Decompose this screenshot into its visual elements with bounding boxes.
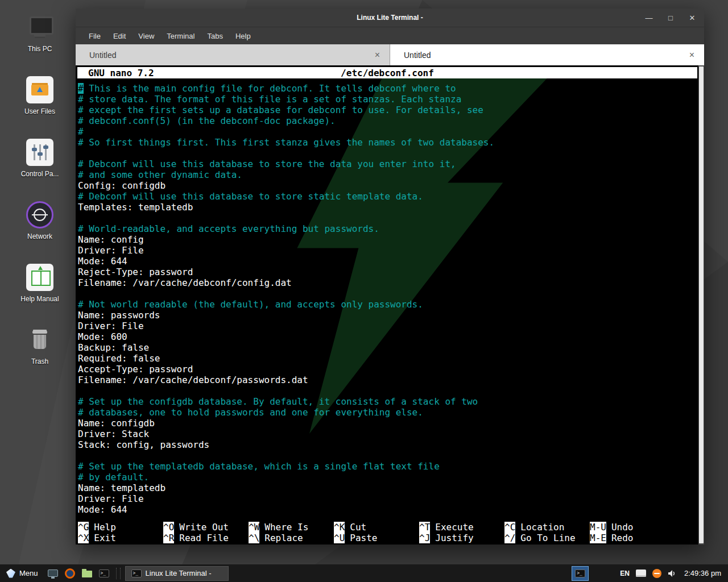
menu-button[interactable]: Menu [3,566,44,581]
menu-item-tabs[interactable]: Tabs [201,27,229,44]
window-controls: — □ ✕ [645,9,696,27]
desktop-icon-network[interactable]: Network [10,201,69,250]
shortcut-key: ^G [78,522,89,533]
desktop-icon-control-panel[interactable]: Control Pa... [10,139,69,188]
shortcut-label: Exit [94,533,116,543]
volume-icon[interactable] [668,569,677,577]
taskbar-window-button[interactable]: Linux Lite Terminal - [125,566,229,581]
files-icon [82,571,92,577]
terminal-scrollbar[interactable] [698,65,704,544]
nano-shortcut-read-file: ^RRead File [163,533,249,543]
nano-line [78,213,704,223]
controlpanel-icon [26,139,53,166]
nano-shortcut-help: ^GHelp [78,522,163,533]
nano-line: # debconf.conf(5) (in the debconf-doc pa… [78,115,704,126]
nano-line: Driver: File [78,245,704,256]
tab-label: Untitled [404,51,686,60]
nano-shortcut-location: ^CLocation [504,522,590,533]
shortcut-key: M-E [590,533,606,543]
nano-line: # Not world readable (the default), and … [78,299,704,310]
menu-item-help[interactable]: Help [229,27,257,44]
shortcut-key: ^\ [249,533,259,543]
nano-line: Name: configdb [78,418,704,429]
desktop-icon-user-files[interactable]: User Files [10,76,69,125]
shortcut-label: Undo [611,522,634,533]
nano-line: # databases, one to hold passwords and o… [78,407,704,418]
nano-shortcut-redo: M-ERedo [590,533,675,543]
shortcut-label: Where Is [264,522,308,533]
shortcut-label: Location [520,522,564,533]
terminal-icon [575,569,585,577]
launcher-monitor-button[interactable] [46,566,60,580]
taskbar-launchers [46,566,111,580]
menu-item-edit[interactable]: Edit [107,27,132,44]
tab-close-icon[interactable]: × [372,50,383,60]
nano-filename: /etc/debconf.conf [77,68,697,78]
shortcut-key: ^R [163,533,174,543]
clock[interactable]: 2:49:36 pm [684,569,721,577]
shortcut-label: Justify [435,533,473,543]
terminal-icon [99,569,109,577]
desktop-icon-label: Help Manual [20,295,59,303]
nano-shortcuts: ^GHelp^OWrite Out^WWhere Is^KCut^TExecut… [78,522,697,543]
nano-shortcut-justify: ^JJustify [419,533,504,543]
maximize-button[interactable]: □ [667,14,675,22]
nano-lines: # This is the main config file for debco… [76,83,704,515]
nano-shortcut-where-is: ^WWhere Is [249,522,334,533]
nano-line: # So first things first. This first stan… [78,137,704,148]
nano-line: Filename: /var/cache/debconf/config.dat [78,277,704,288]
shortcut-label: Help [94,522,116,533]
shortcut-key: ^W [249,522,259,533]
desktop-icon-label: Control Pa... [21,170,59,178]
updates-icon[interactable] [652,569,661,578]
launcher-terminal-button[interactable] [97,566,111,580]
shortcut-key: ^X [78,533,89,543]
desktop-icon-this-pc[interactable]: This PC [10,14,69,63]
launcher-files-button[interactable] [80,566,94,580]
shortcut-label: Redo [611,533,634,543]
computer-icon [26,14,53,41]
nano-line: Mode: 644 [78,256,704,267]
nano-shortcut-execute: ^TExecute [419,522,504,533]
nano-line: Driver: File [78,321,704,331]
nano-shortcut-undo: M-UUndo [590,522,675,533]
terminal-tab-1[interactable]: Untitled× [76,44,390,65]
menu-item-file[interactable]: File [82,27,107,44]
nano-line [78,385,704,396]
menu-item-terminal[interactable]: Terminal [160,27,201,44]
shortcut-label: Read File [179,533,229,543]
trash-icon [26,326,53,354]
nano-shortcut-row: ^GHelp^OWrite Out^WWhere Is^KCut^TExecut… [78,522,697,533]
nano-line: Filename: /var/cache/debconf/passwords.d… [78,375,704,385]
linux-lite-menu-icon [6,569,15,578]
close-button[interactable]: ✕ [688,14,696,22]
minimize-button[interactable]: — [645,14,653,22]
shortcut-key: ^T [419,522,430,533]
userfiles-icon [26,76,53,103]
tab-close-icon[interactable]: × [686,50,697,60]
nano-line [78,450,704,461]
terminal-viewport[interactable]: GNU nano 7.2 /etc/debconf.conf # This is… [76,65,704,544]
terminal-window: Linux Lite Terminal - — □ ✕ FileEditView… [76,9,704,544]
shortcut-key: ^/ [504,533,515,543]
shortcut-label: Go To Line [520,533,575,543]
window-titlebar[interactable]: Linux Lite Terminal - — □ ✕ [76,9,704,27]
menu-button-label: Menu [19,569,38,577]
tray-terminal-indicator[interactable] [572,566,589,581]
shortcut-key: ^K [334,522,345,533]
desktop-icon-label: This PC [28,45,52,53]
keyboard-icon[interactable] [636,569,646,577]
nano-line: Driver: File [78,493,704,504]
system-tray: EN 2:49:36 pm [572,566,725,581]
launcher-firefox-button[interactable] [63,566,77,580]
desktop-icon-help-manual[interactable]: Help Manual [10,264,69,313]
keyboard-layout-label[interactable]: EN [620,569,630,577]
scrollbar-thumb[interactable] [699,66,704,543]
window-title: Linux Lite Terminal - [357,14,423,22]
nano-line: Accept-Type: password [78,364,704,375]
terminal-tab-2[interactable]: Untitled× [390,44,704,65]
nano-line: Driver: Stack [78,429,704,439]
taskbar: Menu Linux Lite Terminal - EN 2:49:36 pm [0,564,728,582]
desktop-icon-trash[interactable]: Trash [10,326,69,375]
menu-item-view[interactable]: View [132,27,160,44]
